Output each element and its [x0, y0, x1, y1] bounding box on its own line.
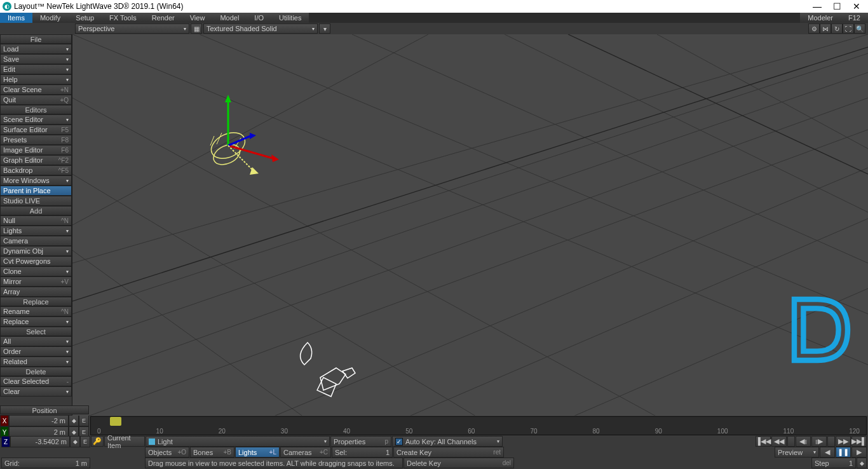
- play-fwd-button[interactable]: ||▶: [811, 436, 827, 447]
- svg-line-13: [657, 34, 868, 149]
- cameras-toggle[interactable]: Cameras+C: [280, 447, 331, 458]
- lights-toggle[interactable]: Lights+L: [235, 447, 280, 458]
- sidebar-item-array[interactable]: Array: [0, 287, 72, 297]
- menu-bar: Items Modify Setup FX Tools Render View …: [0, 13, 868, 23]
- x-value[interactable]: -2 m: [9, 415, 69, 426]
- sidebar-item-related[interactable]: Related▾: [0, 357, 72, 367]
- app-icon: ◐: [3, 2, 11, 11]
- create-key-button[interactable]: Create Keyret: [393, 447, 504, 458]
- sidebar-item-backdrop[interactable]: Backdrop^F5: [0, 165, 72, 175]
- svg-line-8: [72, 34, 428, 225]
- autokey-dropdown[interactable]: ✓Auto Key: All Channels▾: [392, 436, 503, 447]
- prev-preview-button[interactable]: ◀: [820, 447, 835, 458]
- prev-key-button[interactable]: ◀◀: [771, 436, 787, 447]
- viewport[interactable]: [72, 34, 868, 416]
- play-back-button[interactable]: ◀||: [796, 436, 811, 447]
- sidebar-item-parent-in-place[interactable]: Parent in Place: [0, 186, 72, 196]
- sidebar-item-image-editor[interactable]: Image EditorF6: [0, 145, 72, 155]
- menu-fxtools[interactable]: FX Tools: [102, 13, 144, 23]
- sidebar-item-clear[interactable]: Clear▾: [0, 386, 72, 397]
- sidebar-item-mirror[interactable]: Mirror+V: [0, 276, 72, 287]
- next-key-button[interactable]: ▶▶: [836, 436, 851, 447]
- sidebar-item-quit[interactable]: Quit+Q: [0, 95, 72, 105]
- step-adjust-icon[interactable]: ◆: [857, 458, 867, 468]
- maximize-view-icon[interactable]: ⛶: [843, 24, 854, 34]
- sidebar-item-dynamic-obj[interactable]: Dynamic Obj▾: [0, 246, 72, 256]
- sidebar-item-presets[interactable]: PresetsF8: [0, 135, 72, 145]
- svg-line-18: [568, 34, 868, 174]
- wireframe-icon[interactable]: ▦: [191, 24, 202, 34]
- menu-setup[interactable]: Setup: [68, 13, 102, 23]
- menu-render[interactable]: Render: [144, 13, 182, 23]
- search-icon[interactable]: 🔍: [854, 24, 865, 34]
- step-field[interactable]: Step1: [811, 458, 856, 468]
- first-frame-button[interactable]: ▐◀◀: [756, 436, 771, 447]
- f12-shortcut[interactable]: F12: [841, 13, 868, 23]
- sidebar-item-clear-scene[interactable]: Clear Scene+N: [0, 85, 72, 95]
- svg-line-21: [210, 136, 214, 146]
- timeline-playhead[interactable]: [110, 417, 121, 426]
- maximize-button[interactable]: ☐: [833, 1, 841, 11]
- key-icon[interactable]: 🔑: [91, 436, 104, 447]
- pause-preview-button[interactable]: ❚❚: [836, 447, 851, 458]
- objects-toggle[interactable]: Objects+O: [145, 447, 189, 458]
- delete-key-button[interactable]: Delete Keydel: [403, 458, 514, 468]
- svg-line-26: [228, 146, 273, 158]
- current-item-dropdown[interactable]: Light▾: [146, 436, 330, 447]
- menu-modify[interactable]: Modify: [32, 13, 68, 23]
- sidebar-item-cvt-powergons[interactable]: Cvt Powergons: [0, 256, 72, 266]
- refresh-icon[interactable]: ↻: [831, 24, 843, 34]
- sidebar-item-all[interactable]: All▾: [0, 336, 72, 346]
- z-value[interactable]: -3.5402 m: [10, 436, 70, 447]
- sidebar-item-scene-editor[interactable]: Scene Editor▾: [0, 114, 72, 125]
- x-env-icon[interactable]: E: [79, 415, 89, 426]
- sidebar-item-surface-editor[interactable]: Surface EditorF5: [0, 125, 72, 135]
- timeline[interactable]: 0102030405060708090100110120: [90, 416, 867, 435]
- menu-model[interactable]: Model: [212, 13, 247, 23]
- preview-dropdown[interactable]: Preview▾: [775, 447, 819, 458]
- minimize-button[interactable]: —: [813, 1, 822, 11]
- svg-line-2: [72, 98, 868, 384]
- view-mode-label: Perspective: [78, 25, 114, 32]
- sidebar-item-rename[interactable]: Rename^N: [0, 306, 72, 316]
- x-lock-icon[interactable]: ◆: [69, 415, 79, 426]
- sidebar-item-null[interactable]: Null^N: [0, 215, 72, 226]
- sidebar-item-graph-editor[interactable]: Graph Editor^F2: [0, 155, 72, 165]
- sidebar-item-load[interactable]: Load▾: [0, 44, 72, 54]
- sidebar-item-studio-live[interactable]: Studio LIVE: [0, 196, 72, 206]
- menu-utilities[interactable]: Utilities: [271, 13, 309, 23]
- shading-dropdown[interactable]: Textured Shaded Solid▾: [203, 24, 318, 34]
- close-button[interactable]: ✕: [853, 1, 860, 11]
- sidebar-item-lights[interactable]: Lights▾: [0, 226, 72, 236]
- properties-button[interactable]: Propertiesp: [330, 436, 391, 447]
- sidebar-item-more-windows[interactable]: More Windows▾: [0, 175, 72, 186]
- z-lock-icon[interactable]: ◆: [70, 436, 80, 447]
- sel-count: Sel:1: [332, 447, 393, 458]
- sidebar-item-clear-selected[interactable]: Clear Selected-: [0, 376, 72, 386]
- menu-items[interactable]: Items: [0, 13, 32, 23]
- sidebar-item-camera[interactable]: Camera: [0, 236, 72, 246]
- svg-line-4: [123, 168, 868, 416]
- x-label: X: [0, 415, 9, 426]
- collapse-icon[interactable]: ▾: [319, 24, 330, 34]
- bones-toggle[interactable]: Bones+B: [190, 447, 234, 458]
- position-timeline-bar: Position X -2 m ◆ E Y 2 m ◆ E 0102030405…: [0, 416, 868, 436]
- sidebar-item-edit[interactable]: Edit▾: [0, 64, 72, 74]
- svg-line-17: [72, 47, 868, 301]
- sidebar-item-save[interactable]: Save▾: [0, 54, 72, 64]
- sidebar-item-replace[interactable]: Replace▾: [0, 316, 72, 327]
- modeler-button[interactable]: Modeler: [800, 13, 841, 23]
- sidebar-item-help[interactable]: Help▾: [0, 74, 72, 85]
- next-preview-button[interactable]: ▶: [851, 447, 867, 458]
- svg-marker-29: [250, 133, 256, 139]
- last-frame-button[interactable]: ▶▶▌: [851, 436, 867, 447]
- sidebar-item-clone[interactable]: Clone▾: [0, 266, 72, 276]
- view-mode-dropdown[interactable]: Perspective▾: [75, 24, 189, 34]
- left-sidebar: FileLoad▾Save▾Edit▾Help▾Clear Scene+NQui…: [0, 34, 72, 416]
- menu-io[interactable]: I/O: [247, 13, 271, 23]
- gear-icon[interactable]: ⚙: [808, 24, 820, 34]
- z-env-icon[interactable]: E: [80, 436, 90, 447]
- bone-icon[interactable]: ⋈: [820, 24, 831, 34]
- menu-view[interactable]: View: [182, 13, 213, 23]
- sidebar-item-order[interactable]: Order▾: [0, 346, 72, 357]
